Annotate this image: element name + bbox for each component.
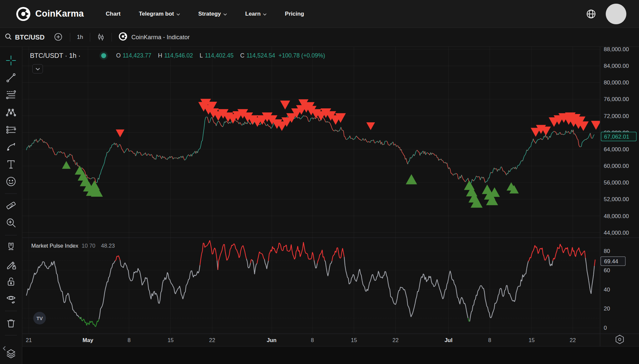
price-axis-label: 80,000.00 bbox=[604, 79, 629, 86]
indicator-params: 10 70 bbox=[82, 243, 95, 249]
nav-item-label: Telegram bot bbox=[139, 11, 174, 17]
close-label: C bbox=[240, 52, 245, 59]
last-value-chip-value: 69.44 bbox=[604, 258, 618, 265]
fib-retracement-tool[interactable] bbox=[4, 88, 18, 102]
toolbar-divider bbox=[70, 33, 70, 42]
price-axis-label: 64,000.00 bbox=[604, 146, 629, 153]
time-axis-settings-icon[interactable] bbox=[616, 335, 624, 344]
sell-signal-marker bbox=[280, 100, 290, 109]
high-value: 114,546.02 bbox=[164, 52, 193, 59]
buy-signal-marker bbox=[406, 174, 417, 184]
ohlc-values: O114,423.77 H114,546.02 L114,402.45 C114… bbox=[116, 52, 325, 59]
time-axis-label: 8 bbox=[127, 337, 130, 343]
legend-collapse-button[interactable] bbox=[32, 64, 43, 73]
toolbar-divider bbox=[111, 33, 112, 42]
nav-item-pricing[interactable]: Pricing bbox=[285, 11, 304, 17]
high-label: H bbox=[158, 52, 162, 59]
text-tool[interactable] bbox=[4, 157, 18, 171]
chart-canvas[interactable]: 88,000.0084,000.0080,000.0076,000.0072,0… bbox=[22, 47, 639, 364]
lock-all-tool[interactable] bbox=[4, 274, 18, 289]
open-value: 114,423.77 bbox=[123, 52, 151, 59]
projection-tool[interactable] bbox=[4, 123, 18, 137]
zoom-in-tool[interactable] bbox=[4, 216, 18, 230]
nav-item-learn[interactable]: Learn bbox=[245, 11, 267, 17]
sell-signal-marker bbox=[116, 130, 124, 137]
time-axis-label: 21 bbox=[26, 337, 32, 343]
change-value: +100.78 (+0.09%) bbox=[279, 52, 325, 59]
signal-markers bbox=[62, 99, 601, 208]
nav-item-label: Strategy bbox=[198, 11, 221, 17]
indicator-axis[interactable]: 80604020069.44 bbox=[601, 248, 625, 331]
chevron-down-icon bbox=[36, 66, 40, 71]
price-axis[interactable]: 88,000.0084,000.0080,000.0076,000.0072,0… bbox=[601, 47, 636, 236]
time-axis-label: 15 bbox=[351, 337, 357, 343]
drawing-lock-tool[interactable] bbox=[4, 257, 18, 272]
open-label: O bbox=[116, 52, 121, 59]
indicator-axis-label: 80 bbox=[604, 248, 610, 254]
search-icon bbox=[5, 33, 12, 42]
time-axis-label: 15 bbox=[167, 337, 173, 343]
tradingview-logo[interactable]: TV bbox=[33, 312, 46, 324]
toolbar-group-divider bbox=[5, 193, 17, 194]
candles-icon bbox=[97, 33, 105, 42]
time-axis-label: Jun bbox=[267, 337, 277, 343]
nav-right bbox=[586, 4, 626, 24]
crosshair-tool[interactable] bbox=[4, 54, 18, 68]
price-axis-label: 88,000.00 bbox=[604, 47, 629, 53]
nav-item-telegram-bot[interactable]: Telegram bot bbox=[139, 11, 180, 17]
user-avatar[interactable] bbox=[606, 4, 626, 24]
toolbar-divider bbox=[90, 33, 90, 42]
price-axis-label: 84,000.00 bbox=[604, 63, 629, 69]
chart-style-button[interactable] bbox=[97, 33, 105, 42]
remove-drawings-tool[interactable] bbox=[4, 316, 18, 330]
nav-item-strategy[interactable]: Strategy bbox=[198, 11, 227, 17]
price-axis-label: 56,000.00 bbox=[604, 180, 629, 186]
symbol-search-button[interactable]: BTC/USD bbox=[5, 33, 45, 42]
nav-item-label: Chart bbox=[106, 11, 120, 17]
nav-item-chart[interactable]: Chart bbox=[106, 11, 120, 17]
emoji-tool[interactable] bbox=[4, 174, 18, 188]
price-axis-label: 48,000.00 bbox=[604, 213, 629, 219]
indicator-legend: Market Pulse Index 10 70 48.23 bbox=[31, 243, 115, 249]
indicator-name: CoinKarma - Indicator bbox=[131, 34, 190, 41]
nav-item-label: Pricing bbox=[285, 11, 304, 17]
magnet-tool[interactable] bbox=[4, 240, 18, 254]
symbol-label: BTC/USD bbox=[15, 34, 45, 41]
buy-signal-marker bbox=[62, 161, 71, 169]
legend-title[interactable]: BTC/USDT · 1h · bbox=[30, 52, 81, 60]
sell-signal-marker bbox=[591, 121, 601, 130]
language-globe-icon[interactable] bbox=[586, 9, 596, 19]
last-price-chip-value: 67,062.01 bbox=[604, 134, 629, 140]
chart-area: 88,000.0084,000.0080,000.0076,000.0072,0… bbox=[22, 47, 639, 364]
pattern-tool[interactable] bbox=[4, 105, 18, 120]
plus-circle-icon bbox=[53, 32, 63, 43]
brand[interactable]: CoinKarma bbox=[16, 6, 84, 22]
time-axis-label: 22 bbox=[209, 337, 215, 343]
hide-drawings-tool[interactable] bbox=[4, 292, 18, 306]
trend-line-tool[interactable] bbox=[4, 71, 18, 85]
indicator-chip[interactable]: CoinKarma - Indicator bbox=[118, 32, 190, 43]
nav-item-label: Learn bbox=[245, 11, 261, 17]
compare-add-button[interactable] bbox=[53, 32, 63, 43]
brush-tool[interactable] bbox=[4, 140, 18, 154]
price-axis-label: 44,000.00 bbox=[604, 230, 629, 236]
symbol-legend[interactable]: BTC/USDT · 1h · O114,423.77 H114,546.02 … bbox=[30, 52, 325, 60]
interval-button[interactable]: 1h bbox=[77, 34, 83, 41]
time-axis-label: 22 bbox=[570, 337, 576, 343]
ruler-tool[interactable] bbox=[4, 198, 18, 213]
indicator-value: 48.23 bbox=[101, 243, 115, 249]
top-nav: CoinKarma ChartTelegram botStrategyLearn… bbox=[0, 0, 639, 28]
drawing-toolbar bbox=[0, 47, 22, 364]
price-axis-label: 60,000.00 bbox=[604, 163, 629, 169]
price-axis-label: 76,000.00 bbox=[604, 96, 629, 102]
coinkarma-indicator-logo-icon bbox=[118, 32, 127, 43]
svg-text:TV: TV bbox=[36, 315, 43, 321]
collapse-toolbar-icon[interactable] bbox=[2, 345, 7, 351]
time-axis-label: Jul bbox=[445, 337, 453, 343]
indicator-axis-label: 0 bbox=[604, 325, 607, 331]
toolbar-group-divider bbox=[5, 311, 17, 311]
time-axis-label: 8 bbox=[488, 337, 491, 343]
price-axis-label: 52,000.00 bbox=[604, 196, 629, 202]
chevron-down-icon bbox=[263, 11, 267, 17]
time-axis[interactable]: 21May81522Jun81522Jul81522 bbox=[26, 337, 576, 343]
